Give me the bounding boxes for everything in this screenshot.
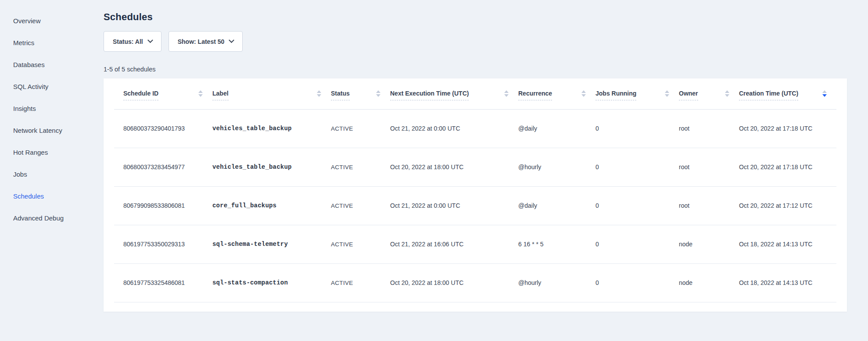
cell-owner: root — [679, 109, 739, 148]
sort-arrows-icon[interactable] — [665, 90, 669, 97]
cell-recurrence: @daily — [518, 186, 595, 225]
column-header-recurrence[interactable]: Recurrence — [518, 78, 595, 109]
sort-asc-icon — [581, 90, 586, 93]
cell-status: ACTIVE — [331, 225, 390, 263]
cell-creation-time-utc: Oct 20, 2022 at 17:18 UTC — [739, 148, 836, 186]
sidebar: OverviewMetricsDatabasesSQL ActivityInsi… — [0, 10, 104, 229]
cell-owner: node — [679, 263, 739, 302]
sort-arrows-icon[interactable] — [317, 90, 321, 97]
cell-owner: node — [679, 225, 739, 263]
cell-next-execution-time-utc: Oct 21, 2022 at 0:00 UTC — [390, 109, 518, 148]
sort-desc-icon — [725, 94, 729, 97]
result-count: 1-5 of 5 schedules — [104, 66, 847, 73]
cell-label: sql-stats-compaction — [212, 263, 331, 302]
sidebar-item-network-latency[interactable]: Network Latency — [0, 119, 104, 141]
column-header-schedule-id[interactable]: Schedule ID — [114, 78, 212, 109]
sidebar-item-metrics[interactable]: Metrics — [0, 32, 104, 53]
cell-label: vehicles_table_backup — [212, 148, 331, 186]
filter-dropdown-show[interactable]: Show: Latest 50 — [169, 31, 243, 52]
cell-status: ACTIVE — [331, 148, 390, 186]
cell-label: core_full_backups — [212, 186, 331, 225]
sidebar-item-hot-ranges[interactable]: Hot Ranges — [0, 141, 104, 163]
sidebar-item-schedules[interactable]: Schedules — [0, 185, 104, 207]
cell-next-execution-time-utc: Oct 20, 2022 at 18:00 UTC — [390, 263, 518, 302]
cell-schedule-id: 806800373283454977 — [114, 148, 212, 186]
table-header-row: Schedule IDLabelStatusNext Execution Tim… — [114, 78, 836, 109]
column-header-label: Recurrence — [518, 90, 552, 100]
cell-label: vehicles_table_backup — [212, 109, 331, 148]
column-header-label: Creation Time (UTC) — [739, 90, 798, 100]
sort-desc-icon — [822, 94, 827, 97]
sort-asc-icon — [198, 90, 203, 93]
column-header-label: Label — [212, 90, 229, 100]
cell-schedule-id: 806197753350029313 — [114, 225, 212, 263]
filter-dropdown-status[interactable]: Status: All — [104, 31, 161, 52]
sort-arrows-icon[interactable] — [822, 90, 827, 97]
sort-arrows-icon[interactable] — [504, 90, 509, 97]
cell-status: ACTIVE — [331, 109, 390, 148]
sort-asc-icon — [665, 90, 669, 93]
cell-next-execution-time-utc: Oct 20, 2022 at 18:00 UTC — [390, 148, 518, 186]
column-header-label: Status — [331, 90, 350, 100]
sort-arrows-icon[interactable] — [581, 90, 586, 97]
dropdown-label: Status: All — [113, 38, 143, 45]
cell-schedule-id: 806197753325486081 — [114, 263, 212, 302]
column-header-owner[interactable]: Owner — [679, 78, 739, 109]
schedules-page: Schedules Status: AllShow: Latest 50 1-5… — [104, 0, 847, 312]
column-header-label: Owner — [679, 90, 698, 100]
cell-recurrence: @hourly — [518, 263, 595, 302]
sidebar-item-databases[interactable]: Databases — [0, 53, 104, 75]
sidebar-item-sql-activity[interactable]: SQL Activity — [0, 75, 104, 97]
cell-owner: root — [679, 186, 739, 225]
sidebar-item-jobs[interactable]: Jobs — [0, 163, 104, 185]
schedules-table: Schedule IDLabelStatusNext Execution Tim… — [114, 78, 836, 302]
sort-desc-icon — [198, 94, 203, 97]
sidebar-item-insights[interactable]: Insights — [0, 97, 104, 119]
cell-recurrence: 6 16 * * 5 — [518, 225, 595, 263]
cell-creation-time-utc: Oct 18, 2022 at 14:13 UTC — [739, 225, 836, 263]
sort-asc-icon — [725, 90, 729, 93]
cell-jobs-running: 0 — [595, 186, 679, 225]
sort-arrows-icon[interactable] — [198, 90, 203, 97]
column-header-next-execution-time-utc[interactable]: Next Execution Time (UTC) — [390, 78, 518, 109]
cell-schedule-id: 806800373290401793 — [114, 109, 212, 148]
page-title: Schedules — [104, 11, 847, 23]
table-row: 806800373290401793vehicles_table_backupA… — [114, 109, 836, 148]
cell-jobs-running: 0 — [595, 148, 679, 186]
column-header-creation-time-utc[interactable]: Creation Time (UTC) — [739, 78, 836, 109]
sort-asc-icon — [504, 90, 509, 93]
schedules-table-card: Schedule IDLabelStatusNext Execution Tim… — [104, 78, 847, 312]
sort-asc-icon — [822, 90, 827, 93]
cell-creation-time-utc: Oct 18, 2022 at 14:13 UTC — [739, 263, 836, 302]
sort-desc-icon — [581, 94, 586, 97]
cell-jobs-running: 0 — [595, 109, 679, 148]
sort-desc-icon — [665, 94, 669, 97]
cell-jobs-running: 0 — [595, 225, 679, 263]
cell-jobs-running: 0 — [595, 263, 679, 302]
sort-arrows-icon[interactable] — [376, 90, 380, 97]
sort-desc-icon — [504, 94, 509, 97]
column-header-label: Jobs Running — [595, 90, 636, 100]
cell-creation-time-utc: Oct 20, 2022 at 17:12 UTC — [739, 186, 836, 225]
table-row: 806799098533806081core_full_backupsACTIV… — [114, 186, 836, 225]
cell-creation-time-utc: Oct 20, 2022 at 17:18 UTC — [739, 109, 836, 148]
table-row: 806800373283454977vehicles_table_backupA… — [114, 148, 836, 186]
sidebar-item-overview[interactable]: Overview — [0, 10, 104, 32]
cell-status: ACTIVE — [331, 186, 390, 225]
cell-status: ACTIVE — [331, 263, 390, 302]
sort-desc-icon — [376, 94, 380, 97]
sort-asc-icon — [317, 90, 321, 93]
dropdown-label: Show: Latest 50 — [178, 38, 225, 45]
cell-recurrence: @daily — [518, 109, 595, 148]
filter-bar: Status: AllShow: Latest 50 — [104, 31, 847, 52]
column-header-label[interactable]: Label — [212, 78, 331, 109]
column-header-status[interactable]: Status — [331, 78, 390, 109]
cell-owner: root — [679, 148, 739, 186]
sort-arrows-icon[interactable] — [725, 90, 729, 97]
column-header-jobs-running[interactable]: Jobs Running — [595, 78, 679, 109]
sidebar-item-advanced-debug[interactable]: Advanced Debug — [0, 207, 104, 229]
column-header-label: Schedule ID — [123, 90, 158, 100]
cell-schedule-id: 806799098533806081 — [114, 186, 212, 225]
cell-label: sql-schema-telemetry — [212, 225, 331, 263]
chevron-down-icon — [147, 37, 153, 43]
